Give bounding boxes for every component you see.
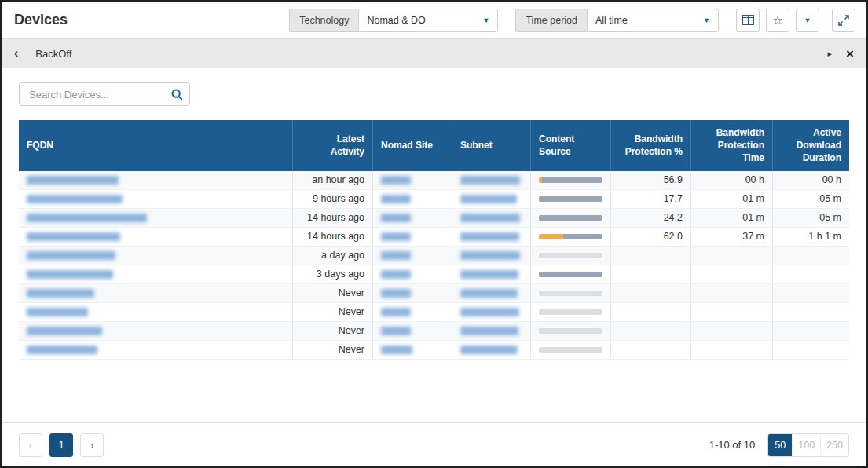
nomad-site-cell[interactable] xyxy=(373,284,452,302)
nomad-site-cell[interactable] xyxy=(373,247,452,265)
back-icon[interactable]: ‹ xyxy=(14,47,18,60)
search-input[interactable] xyxy=(29,89,171,101)
redacted-site-text xyxy=(381,195,411,203)
search-box xyxy=(19,82,190,106)
fqdn-cell[interactable] xyxy=(19,190,293,208)
subnet-cell[interactable] xyxy=(452,303,531,321)
devices-window: Devices Technology Nomad & DO ▼ Time per… xyxy=(0,0,868,468)
table-row[interactable]: Never xyxy=(19,284,849,303)
bw-protection-time-cell: 01 m xyxy=(691,209,773,227)
content-source-cell xyxy=(531,303,611,321)
table-row[interactable]: 3 days ago xyxy=(19,265,849,284)
redacted-subnet-text xyxy=(460,195,517,203)
subnet-cell[interactable] xyxy=(452,247,531,265)
redacted-site-text xyxy=(381,214,411,222)
nomad-site-cell[interactable] xyxy=(373,228,452,246)
latest-activity-cell: 14 hours ago xyxy=(293,209,373,227)
nomad-site-cell[interactable] xyxy=(373,303,452,321)
fqdn-cell[interactable] xyxy=(19,284,293,302)
page-size-50[interactable]: 50 xyxy=(768,434,792,456)
prev-page-button[interactable]: ‹ xyxy=(19,433,42,457)
nomad-site-cell[interactable] xyxy=(373,265,452,283)
col-header-download-duration[interactable]: Active Download Duration xyxy=(773,120,849,171)
fqdn-cell[interactable] xyxy=(19,322,293,340)
columns-button[interactable] xyxy=(736,9,760,32)
content-source-bar xyxy=(539,196,602,202)
close-icon[interactable]: × xyxy=(846,47,854,60)
table-row[interactable]: an hour ago56.900 h00 h xyxy=(19,171,849,190)
caret-down-icon: ▼ xyxy=(694,16,710,24)
subnet-cell[interactable] xyxy=(452,284,531,302)
table-row[interactable]: 9 hours ago17.701 m05 m xyxy=(19,190,849,209)
bw-protection-time-cell xyxy=(691,303,773,321)
page-size-controls: 1-10 of 10 50 100 250 xyxy=(709,433,849,457)
col-header-content-source[interactable]: Content Source xyxy=(531,120,611,171)
subnet-cell[interactable] xyxy=(452,265,531,283)
redacted-fqdn-text xyxy=(27,308,88,316)
nomad-site-cell[interactable] xyxy=(373,209,452,227)
col-header-subnet[interactable]: Subnet xyxy=(452,120,531,171)
fqdn-cell[interactable] xyxy=(19,228,293,246)
col-header-fqdn[interactable]: FQDN xyxy=(19,120,293,171)
table-row[interactable]: Never xyxy=(19,341,849,360)
subnet-cell[interactable] xyxy=(452,341,531,359)
bw-protection-pct-cell xyxy=(611,341,691,359)
fqdn-cell[interactable] xyxy=(19,303,293,321)
col-header-latest-activity[interactable]: Latest Activity xyxy=(293,120,373,171)
page-buttons: ‹ 1 › xyxy=(19,433,104,457)
col-header-bw-protection-time[interactable]: Bandwidth Protection Time xyxy=(691,120,773,171)
favorite-button[interactable]: ☆ xyxy=(766,9,789,32)
content-source-bar xyxy=(539,253,602,258)
time-period-dropdown[interactable]: All time ▼ xyxy=(587,9,719,32)
bw-protection-time-cell: 00 h xyxy=(691,171,773,189)
col-header-nomad-site[interactable]: Nomad Site xyxy=(373,120,452,171)
table-row[interactable]: a day ago xyxy=(19,247,849,265)
fqdn-cell[interactable] xyxy=(19,265,293,283)
subnet-cell[interactable] xyxy=(452,190,531,208)
download-duration-cell xyxy=(773,265,849,283)
devices-table: FQDN Latest Activity Nomad Site Subnet C… xyxy=(19,120,849,360)
breadcrumb: BackOff xyxy=(35,48,71,60)
download-duration-cell xyxy=(773,247,849,265)
page-size-100[interactable]: 100 xyxy=(792,434,820,456)
latest-activity-cell: 3 days ago xyxy=(293,265,373,283)
page-1-button[interactable]: 1 xyxy=(49,433,73,457)
fqdn-cell[interactable] xyxy=(19,171,293,189)
fqdn-cell[interactable] xyxy=(19,247,293,265)
subnet-cell[interactable] xyxy=(452,322,531,340)
nomad-site-cell[interactable] xyxy=(373,190,452,208)
caret-down-icon: ▼ xyxy=(474,16,490,24)
page-size-250[interactable]: 250 xyxy=(820,434,848,456)
subnet-cell[interactable] xyxy=(452,209,531,227)
table-row[interactable]: 14 hours ago62.037 m1 h 1 m xyxy=(19,228,849,247)
table-row[interactable]: 14 hours ago24.201 m05 m xyxy=(19,209,849,228)
more-options-button[interactable]: ▼ xyxy=(796,9,819,32)
subnet-cell[interactable] xyxy=(452,171,531,189)
search-icon[interactable] xyxy=(171,89,183,101)
download-duration-cell xyxy=(773,341,849,359)
fqdn-cell[interactable] xyxy=(19,341,293,359)
fullscreen-button[interactable] xyxy=(832,9,855,32)
latest-activity-cell: Never xyxy=(293,322,373,340)
content-source-cell xyxy=(531,284,611,302)
fqdn-cell[interactable] xyxy=(19,209,293,227)
table-row[interactable]: Never xyxy=(19,322,849,341)
page-title: Devices xyxy=(14,12,68,28)
technology-dropdown[interactable]: Nomad & DO ▼ xyxy=(358,9,498,32)
content-source-cell xyxy=(531,209,611,227)
col-header-bw-protection-pct[interactable]: Bandwidth Protection % xyxy=(611,120,691,171)
bw-protection-time-cell xyxy=(691,247,773,265)
time-period-label: Time period xyxy=(515,9,587,32)
bw-protection-pct-cell: 62.0 xyxy=(611,228,691,246)
subnet-cell[interactable] xyxy=(452,228,531,246)
redacted-subnet-text xyxy=(460,327,518,335)
redacted-fqdn-text xyxy=(27,176,119,185)
nomad-site-cell[interactable] xyxy=(373,322,452,340)
next-page-button[interactable]: › xyxy=(80,433,104,457)
content-source-bar xyxy=(539,234,602,239)
nomad-site-cell[interactable] xyxy=(373,341,452,359)
forward-icon[interactable]: ▸ xyxy=(828,49,833,58)
nomad-site-cell[interactable] xyxy=(373,171,452,189)
table-row[interactable]: Never xyxy=(19,303,849,322)
content-source-cell xyxy=(531,171,611,189)
